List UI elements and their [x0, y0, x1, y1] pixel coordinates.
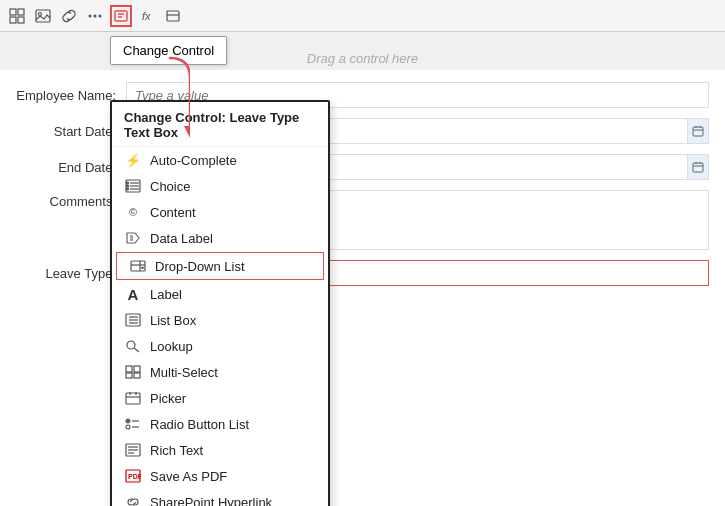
rich-text-icon	[124, 441, 142, 459]
picker-icon	[124, 389, 142, 407]
multi-select-label: Multi-Select	[150, 365, 218, 380]
grid-icon[interactable]	[6, 5, 28, 27]
rich-text-label: Rich Text	[150, 443, 203, 458]
menu-item-content[interactable]: © Content	[112, 199, 328, 225]
svg-rect-16	[693, 127, 703, 136]
list-box-icon	[124, 311, 142, 329]
menu-item-save-as-pdf[interactable]: PDF Save As PDF	[112, 463, 328, 489]
more-icon[interactable]	[84, 5, 106, 27]
label-label: Label	[150, 287, 182, 302]
menu-item-picker[interactable]: Picker	[112, 385, 328, 411]
svg-rect-13	[167, 11, 179, 21]
lookup-icon	[124, 337, 142, 355]
menu-item-lookup[interactable]: Lookup	[112, 333, 328, 359]
svg-point-53	[127, 420, 129, 422]
settings-icon[interactable]	[162, 5, 184, 27]
label-icon: A	[124, 285, 142, 303]
menu-item-auto-complete[interactable]: ⚡ Auto-Complete	[112, 147, 328, 173]
drop-down-list-icon	[129, 257, 147, 275]
multi-select-icon	[124, 363, 142, 381]
menu-item-rich-text[interactable]: Rich Text	[112, 437, 328, 463]
svg-rect-47	[126, 393, 140, 404]
menu-item-choice[interactable]: Choice	[112, 173, 328, 199]
menu-item-radio-button-list[interactable]: Radio Button List	[112, 411, 328, 437]
svg-point-41	[127, 341, 135, 349]
svg-rect-9	[115, 11, 127, 21]
toolbar: fx	[0, 0, 725, 32]
sharepoint-hyperlink-label: SharePoint Hyperlink	[150, 495, 272, 507]
link-icon[interactable]	[58, 5, 80, 27]
svg-rect-45	[126, 373, 132, 378]
menu-item-drop-down-list[interactable]: Drop-Down List	[116, 252, 324, 280]
svg-point-29	[127, 185, 129, 187]
menu-item-sharepoint-hyperlink[interactable]: SharePoint Hyperlink	[112, 489, 328, 506]
formula-icon[interactable]: fx	[136, 5, 158, 27]
svg-point-28	[127, 182, 129, 184]
svg-rect-43	[126, 366, 132, 372]
form-area: Employee Name: Start Date: End Date:	[0, 70, 725, 506]
svg-point-30	[127, 188, 129, 190]
svg-rect-2	[10, 17, 16, 23]
context-menu: Change Control: Leave Type Text Box ⚡ Au…	[110, 100, 330, 506]
radio-button-list-icon	[124, 415, 142, 433]
list-box-label: List Box	[150, 313, 196, 328]
svg-text:fx: fx	[142, 10, 151, 22]
menu-item-multi-select[interactable]: Multi-Select	[112, 359, 328, 385]
choice-icon	[124, 177, 142, 195]
data-label-label: Data Label	[150, 231, 213, 246]
svg-marker-15	[184, 126, 190, 138]
menu-item-label[interactable]: A Label	[112, 281, 328, 307]
radio-button-list-label: Radio Button List	[150, 417, 249, 432]
end-date-calendar-button[interactable]	[687, 154, 709, 180]
svg-text:PDF: PDF	[128, 473, 141, 480]
svg-rect-3	[18, 17, 24, 23]
svg-point-52	[126, 425, 130, 429]
svg-rect-46	[134, 373, 140, 378]
auto-complete-icon: ⚡	[124, 151, 142, 169]
lookup-label: Lookup	[150, 339, 193, 354]
svg-point-5	[39, 12, 42, 15]
svg-rect-0	[10, 9, 16, 15]
content-icon: ©	[124, 203, 142, 221]
drag-hint: Drag a control here	[0, 51, 725, 66]
content-label: Content	[150, 205, 196, 220]
svg-rect-1	[18, 9, 24, 15]
drop-down-list-label: Drop-Down List	[155, 259, 245, 274]
menu-item-data-label[interactable]: Data Label	[112, 225, 328, 251]
svg-point-7	[94, 14, 97, 17]
svg-point-6	[89, 14, 92, 17]
sharepoint-hyperlink-icon	[124, 493, 142, 506]
save-as-pdf-icon: PDF	[124, 467, 142, 485]
picker-label: Picker	[150, 391, 186, 406]
auto-complete-label: Auto-Complete	[150, 153, 237, 168]
menu-item-list-box[interactable]: List Box	[112, 307, 328, 333]
change-control-icon[interactable]	[110, 5, 132, 27]
save-as-pdf-label: Save As PDF	[150, 469, 227, 484]
image-icon[interactable]	[32, 5, 54, 27]
svg-line-42	[134, 348, 139, 352]
arrow-indicator	[110, 48, 190, 148]
svg-rect-34	[131, 261, 145, 271]
svg-rect-20	[693, 163, 703, 172]
svg-rect-44	[134, 366, 140, 372]
data-label-icon	[124, 229, 142, 247]
svg-point-8	[99, 14, 102, 17]
choice-label: Choice	[150, 179, 190, 194]
start-date-calendar-button[interactable]	[687, 118, 709, 144]
